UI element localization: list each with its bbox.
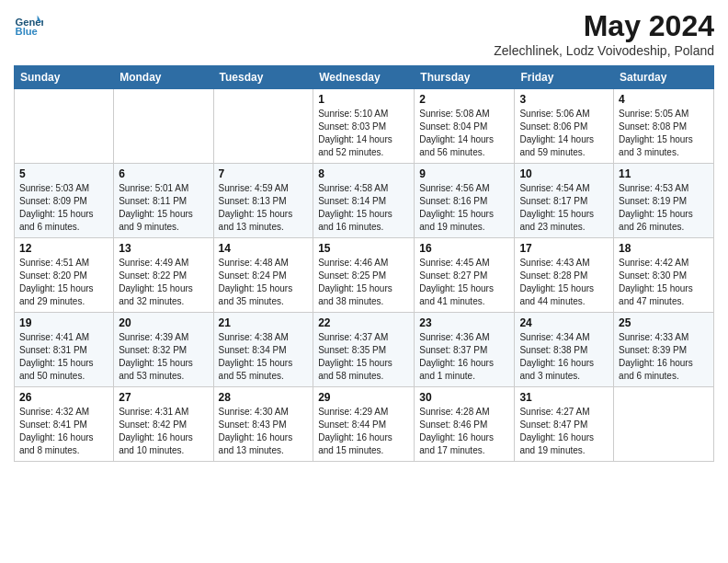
day-number: 15 [318,242,409,255]
calendar-header-row: SundayMondayTuesdayWednesdayThursdayFrid… [15,66,714,89]
day-info: Sunrise: 4:45 AM Sunset: 8:27 PM Dayligh… [419,257,509,308]
calendar-cell: 21Sunrise: 4:38 AM Sunset: 8:34 PM Dayli… [213,313,313,387]
day-info: Sunrise: 4:29 AM Sunset: 8:44 PM Dayligh… [318,406,409,457]
day-info: Sunrise: 4:42 AM Sunset: 8:30 PM Dayligh… [619,257,709,308]
day-info: Sunrise: 4:56 AM Sunset: 8:16 PM Dayligh… [419,182,509,234]
day-info: Sunrise: 4:33 AM Sunset: 8:39 PM Dayligh… [619,331,709,383]
day-info: Sunrise: 4:51 AM Sunset: 8:20 PM Dayligh… [19,257,108,308]
day-number: 23 [419,316,509,329]
col-header-tuesday: Tuesday [213,66,313,89]
day-number: 9 [419,167,509,180]
day-number: 24 [519,316,609,329]
day-info: Sunrise: 5:03 AM Sunset: 8:09 PM Dayligh… [19,182,108,234]
calendar-cell: 13Sunrise: 4:49 AM Sunset: 8:22 PM Dayli… [114,238,213,313]
day-number: 10 [519,167,609,180]
day-info: Sunrise: 5:08 AM Sunset: 8:04 PM Dayligh… [419,108,509,159]
svg-text:Blue: Blue [16,26,38,37]
calendar-week-5: 26Sunrise: 4:32 AM Sunset: 8:41 PM Dayli… [15,387,714,462]
day-info: Sunrise: 4:41 AM Sunset: 8:31 PM Dayligh… [19,331,108,383]
calendar-cell: 11Sunrise: 4:53 AM Sunset: 8:19 PM Dayli… [614,164,714,238]
calendar-cell: 12Sunrise: 4:51 AM Sunset: 8:20 PM Dayli… [15,238,114,313]
col-header-monday: Monday [114,66,213,89]
day-number: 25 [619,316,709,329]
day-number: 22 [318,316,409,329]
calendar-cell: 1Sunrise: 5:10 AM Sunset: 8:03 PM Daylig… [313,89,415,164]
calendar-cell: 30Sunrise: 4:28 AM Sunset: 8:46 PM Dayli… [415,387,515,462]
calendar-cell: 17Sunrise: 4:43 AM Sunset: 8:28 PM Dayli… [515,238,614,313]
calendar-cell: 15Sunrise: 4:46 AM Sunset: 8:25 PM Dayli… [313,238,415,313]
logo-icon: General Blue [14,9,43,39]
day-number: 21 [219,316,309,329]
calendar-cell [15,89,114,164]
calendar-cell: 22Sunrise: 4:37 AM Sunset: 8:35 PM Dayli… [313,313,415,387]
day-number: 3 [519,93,609,106]
day-number: 2 [419,93,509,106]
calendar-week-1: 1Sunrise: 5:10 AM Sunset: 8:03 PM Daylig… [15,89,714,164]
title-block: May 2024 Zelechlinek, Lodz Voivodeship, … [494,9,714,58]
calendar-cell: 9Sunrise: 4:56 AM Sunset: 8:16 PM Daylig… [415,164,515,238]
logo: General Blue [14,9,43,39]
day-info: Sunrise: 4:48 AM Sunset: 8:24 PM Dayligh… [219,257,309,308]
day-info: Sunrise: 4:53 AM Sunset: 8:19 PM Dayligh… [619,182,709,234]
calendar-cell: 8Sunrise: 4:58 AM Sunset: 8:14 PM Daylig… [313,164,415,238]
calendar-cell: 28Sunrise: 4:30 AM Sunset: 8:43 PM Dayli… [213,387,313,462]
page-title: May 2024 [494,9,714,43]
page-header: General Blue May 2024 Zelechlinek, Lodz … [14,9,714,58]
day-number: 26 [19,391,108,404]
day-info: Sunrise: 4:27 AM Sunset: 8:47 PM Dayligh… [519,406,609,457]
day-number: 20 [119,316,208,329]
calendar-cell: 20Sunrise: 4:39 AM Sunset: 8:32 PM Dayli… [114,313,213,387]
day-number: 4 [619,93,709,106]
calendar-cell: 4Sunrise: 5:05 AM Sunset: 8:08 PM Daylig… [614,89,714,164]
day-number: 30 [419,391,509,404]
calendar-cell: 31Sunrise: 4:27 AM Sunset: 8:47 PM Dayli… [515,387,614,462]
day-info: Sunrise: 4:34 AM Sunset: 8:38 PM Dayligh… [519,331,609,383]
day-info: Sunrise: 4:54 AM Sunset: 8:17 PM Dayligh… [519,182,609,234]
col-header-sunday: Sunday [15,66,114,89]
calendar-cell [114,89,213,164]
day-info: Sunrise: 4:28 AM Sunset: 8:46 PM Dayligh… [419,406,509,457]
day-info: Sunrise: 4:36 AM Sunset: 8:37 PM Dayligh… [419,331,509,383]
day-number: 29 [318,391,409,404]
calendar-cell: 6Sunrise: 5:01 AM Sunset: 8:11 PM Daylig… [114,164,213,238]
calendar-cell [213,89,313,164]
calendar-cell: 5Sunrise: 5:03 AM Sunset: 8:09 PM Daylig… [15,164,114,238]
day-info: Sunrise: 4:58 AM Sunset: 8:14 PM Dayligh… [318,182,409,234]
day-number: 14 [219,242,309,255]
day-number: 8 [318,167,409,180]
calendar-cell: 10Sunrise: 4:54 AM Sunset: 8:17 PM Dayli… [515,164,614,238]
day-info: Sunrise: 4:39 AM Sunset: 8:32 PM Dayligh… [119,331,208,383]
calendar-cell [614,387,714,462]
calendar-cell: 27Sunrise: 4:31 AM Sunset: 8:42 PM Dayli… [114,387,213,462]
day-number: 12 [19,242,108,255]
day-number: 11 [619,167,709,180]
day-info: Sunrise: 5:01 AM Sunset: 8:11 PM Dayligh… [119,182,208,234]
day-number: 5 [19,167,108,180]
day-info: Sunrise: 4:37 AM Sunset: 8:35 PM Dayligh… [318,331,409,383]
col-header-saturday: Saturday [614,66,714,89]
day-number: 27 [119,391,208,404]
day-info: Sunrise: 4:59 AM Sunset: 8:13 PM Dayligh… [219,182,309,234]
calendar-week-4: 19Sunrise: 4:41 AM Sunset: 8:31 PM Dayli… [15,313,714,387]
day-number: 1 [318,93,409,106]
calendar-week-2: 5Sunrise: 5:03 AM Sunset: 8:09 PM Daylig… [15,164,714,238]
day-number: 31 [519,391,609,404]
calendar-week-3: 12Sunrise: 4:51 AM Sunset: 8:20 PM Dayli… [15,238,714,313]
calendar-cell: 26Sunrise: 4:32 AM Sunset: 8:41 PM Dayli… [15,387,114,462]
day-number: 7 [219,167,309,180]
calendar-cell: 24Sunrise: 4:34 AM Sunset: 8:38 PM Dayli… [515,313,614,387]
calendar-cell: 25Sunrise: 4:33 AM Sunset: 8:39 PM Dayli… [614,313,714,387]
day-number: 13 [119,242,208,255]
calendar-cell: 18Sunrise: 4:42 AM Sunset: 8:30 PM Dayli… [614,238,714,313]
day-info: Sunrise: 5:10 AM Sunset: 8:03 PM Dayligh… [318,108,409,159]
calendar-table: SundayMondayTuesdayWednesdayThursdayFrid… [14,65,714,462]
col-header-thursday: Thursday [415,66,515,89]
day-number: 17 [519,242,609,255]
day-number: 16 [419,242,509,255]
col-header-friday: Friday [515,66,614,89]
calendar-cell: 16Sunrise: 4:45 AM Sunset: 8:27 PM Dayli… [415,238,515,313]
day-info: Sunrise: 4:43 AM Sunset: 8:28 PM Dayligh… [519,257,609,308]
day-number: 6 [119,167,208,180]
day-info: Sunrise: 4:46 AM Sunset: 8:25 PM Dayligh… [318,257,409,308]
calendar-cell: 7Sunrise: 4:59 AM Sunset: 8:13 PM Daylig… [213,164,313,238]
